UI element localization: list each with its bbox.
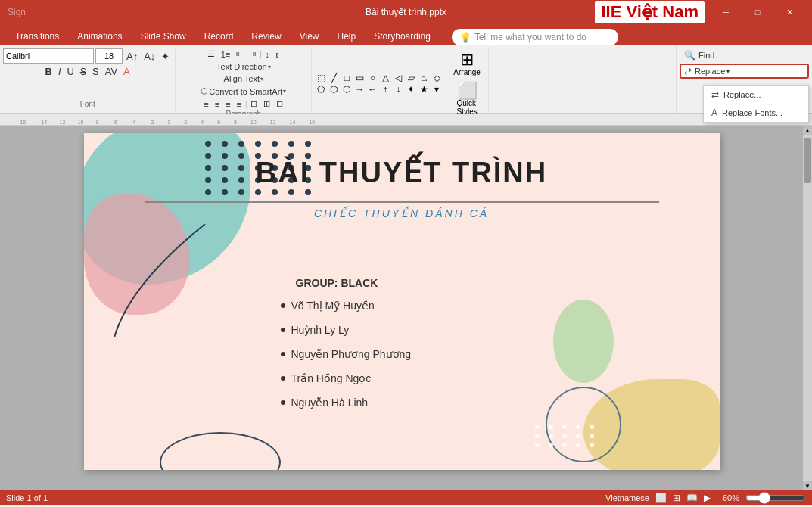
- bullet-2: [281, 328, 285, 332]
- tab-storyboarding[interactable]: Storyboarding: [365, 27, 440, 45]
- tab-view[interactable]: View: [291, 27, 328, 45]
- shape-octagon[interactable]: ⬡: [341, 84, 353, 95]
- find-button[interactable]: 🔍 Find: [680, 48, 809, 62]
- tell-me-text: Tell me what you want to do: [474, 32, 586, 42]
- char-spacing-button[interactable]: AV: [103, 65, 120, 78]
- increase-font-button[interactable]: A↑: [124, 50, 140, 63]
- shape-star4[interactable]: ✦: [405, 84, 417, 95]
- shadow-button[interactable]: S: [90, 65, 101, 78]
- shape-parallelogram[interactable]: ▱: [405, 73, 417, 83]
- shape-star5[interactable]: ★: [418, 84, 430, 95]
- convert-smartart-arrow: ▾: [283, 88, 286, 95]
- align-left-button[interactable]: ≡: [201, 99, 210, 110]
- tab-help[interactable]: Help: [328, 27, 366, 45]
- ruler-marks: -16 -14 -12 -10 -8 -6 -4 -2 0 2 4 6 8 10…: [0, 114, 812, 125]
- shape-hexagon[interactable]: ⬡: [328, 84, 340, 95]
- tab-animations[interactable]: Animations: [68, 27, 131, 45]
- scroll-down-arrow[interactable]: ▼: [803, 481, 812, 490]
- slide-info: Slide 1 of 1: [6, 493, 48, 502]
- separator1: |: [260, 51, 261, 58]
- tab-transitions[interactable]: Transitions: [6, 27, 68, 45]
- convert-smartart-icon: ⬡: [201, 86, 208, 96]
- reading-view-button[interactable]: 📖: [686, 493, 698, 503]
- bullets-button[interactable]: ☰: [205, 48, 217, 60]
- find-icon: 🔍: [684, 50, 695, 61]
- close-button[interactable]: ✕: [774, 4, 804, 20]
- shape-rectangle[interactable]: □: [341, 73, 353, 83]
- shape-trapezoid[interactable]: ⏢: [418, 73, 430, 83]
- title-bar: Bài thuyết trình.pptx Sign IIE Việt Nam …: [0, 0, 812, 24]
- replace-dropdown-button[interactable]: ⇄ Replace ▾: [680, 64, 809, 79]
- shape-oval[interactable]: ○: [366, 73, 378, 83]
- arrange-button[interactable]: ⊞ Arrange: [449, 48, 485, 79]
- shape-palette: ⬚ ╱ □ ▭ ○ △ ◁ ▱ ⏢ ◇ ⬠ ⬡ ⬡ → ← ↑ ↓ ✦ ★ ▾: [315, 73, 443, 95]
- line-spacing-button[interactable]: ↕: [263, 49, 272, 60]
- convert-smartart-button[interactable]: ⬡ Convert to SmartArt ▾: [198, 86, 288, 97]
- tab-record[interactable]: Record: [195, 27, 243, 45]
- ribbon-tabs-bar: Transitions Animations Slide Show Record…: [0, 24, 812, 45]
- shape-arrow-up[interactable]: ↑: [379, 84, 391, 95]
- justify-button[interactable]: ≡: [235, 99, 244, 110]
- strikethrough-button[interactable]: S̶: [78, 65, 89, 78]
- slideshow-button[interactable]: ▶: [704, 493, 711, 503]
- text-direction-button[interactable]: Text Direction ▾: [214, 61, 273, 72]
- minimize-button[interactable]: ─: [711, 4, 741, 20]
- replace-fonts-item[interactable]: A Replace Fonts...: [704, 104, 808, 122]
- font-size-input[interactable]: [95, 48, 123, 64]
- vertical-scrollbar[interactable]: ▲ ▼: [803, 126, 812, 490]
- list-item-4: Trần Hồng Ngọc: [281, 372, 412, 384]
- paragraph-section: ☰ 1≡ ⇤ ⇥ | ↕ ⫾ Text Direction ▾ Align Te…: [176, 47, 312, 111]
- slide-divider: [145, 201, 659, 203]
- col1-button[interactable]: ⊟: [248, 98, 260, 110]
- align-text-arrow: ▾: [260, 76, 263, 82]
- drawing-section: ⬚ ╱ □ ▭ ○ △ ◁ ▱ ⏢ ◇ ⬠ ⬡ ⬡ → ← ↑ ↓ ✦ ★ ▾: [312, 47, 489, 111]
- align-text-button[interactable]: Align Text ▾: [222, 73, 266, 84]
- increase-indent-button[interactable]: ⇥: [247, 48, 258, 60]
- text-direction-label: Text Direction: [216, 62, 267, 71]
- scroll-up-arrow[interactable]: ▲: [803, 126, 812, 135]
- shape-rtriangle[interactable]: ◁: [392, 73, 404, 83]
- decrease-font-button[interactable]: A↓: [142, 50, 157, 63]
- col2-button[interactable]: ⊞: [261, 98, 272, 110]
- decrease-indent-button[interactable]: ⇤: [234, 48, 245, 60]
- col3-button[interactable]: ⊟: [274, 98, 285, 110]
- slide-sorter-button[interactable]: ⊞: [673, 493, 680, 503]
- add-remove-columns-button[interactable]: ⫾: [273, 49, 282, 60]
- numbering-button[interactable]: 1≡: [219, 49, 233, 60]
- slide[interactable]: BÀI THUYẾT TRÌNH CHIẾC THUYỀN ĐÁNH CÁ GR…: [84, 133, 720, 470]
- italic-button[interactable]: I: [56, 65, 64, 78]
- underline-button[interactable]: U: [65, 65, 76, 78]
- font-color-button[interactable]: A: [121, 65, 132, 78]
- list-item-5: Nguyễn Hà Linh: [281, 397, 412, 409]
- bullet-4: [281, 376, 285, 381]
- shape-line[interactable]: ╱: [328, 73, 340, 83]
- shape-more[interactable]: ▾: [431, 84, 443, 95]
- maximize-button[interactable]: □: [742, 4, 773, 20]
- tab-slide-show[interactable]: Slide Show: [132, 27, 195, 45]
- main-area: BÀI THUYẾT TRÌNH CHIẾC THUYỀN ĐÁNH CÁ GR…: [0, 126, 812, 490]
- align-center-button[interactable]: ≡: [213, 99, 222, 110]
- font-name-input[interactable]: [3, 48, 94, 64]
- shape-arrow-left[interactable]: ←: [366, 84, 378, 95]
- shape-rounded-rect[interactable]: ▭: [353, 73, 366, 83]
- shape-arrow-right[interactable]: →: [353, 84, 366, 95]
- text-direction-arrow: ▾: [268, 64, 271, 70]
- align-right-button[interactable]: ≡: [223, 99, 232, 110]
- shape-triangle[interactable]: △: [379, 73, 391, 83]
- zoom-slider[interactable]: [745, 492, 806, 504]
- scroll-thumb[interactable]: [804, 138, 811, 183]
- shape-select[interactable]: ⬚: [315, 73, 327, 83]
- shape-arrow-down[interactable]: ↓: [392, 84, 404, 95]
- sign-in[interactable]: Sign: [8, 7, 26, 17]
- shape-pentagon[interactable]: ⬠: [315, 84, 327, 95]
- clear-format-button[interactable]: ✦: [159, 50, 172, 63]
- lightbulb-icon: 💡: [459, 32, 471, 43]
- white-dots-pattern: [535, 425, 599, 447]
- bold-button[interactable]: B: [43, 65, 54, 78]
- slide-panel: BÀI THUYẾT TRÌNH CHIẾC THUYỀN ĐÁNH CÁ GR…: [0, 126, 803, 490]
- replace-item[interactable]: ⇄ Replace...: [704, 86, 808, 104]
- shape-diamond[interactable]: ◇: [431, 73, 443, 83]
- normal-view-button[interactable]: ⬜: [655, 493, 667, 503]
- tab-review[interactable]: Review: [242, 27, 290, 45]
- tell-me-bar[interactable]: 💡 Tell me what you want to do: [452, 29, 618, 45]
